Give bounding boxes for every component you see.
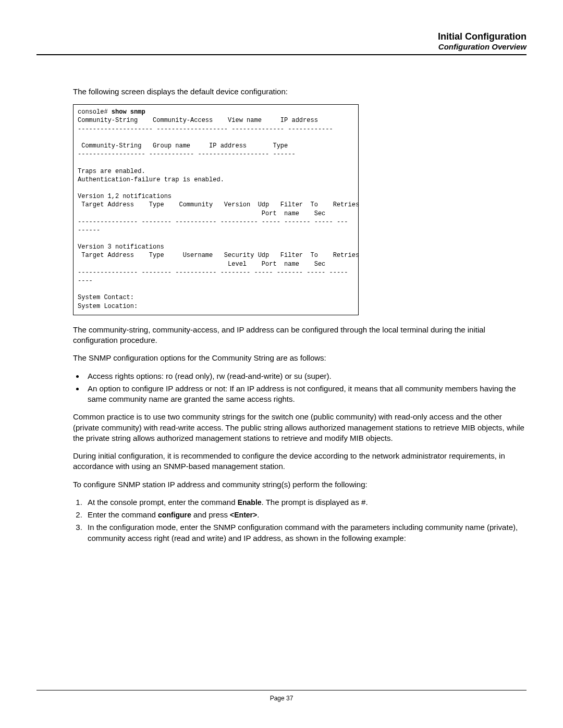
paragraph-5: To configure SNMP station IP address and… (73, 479, 527, 490)
content-area: The following screen displays the defaul… (36, 55, 527, 544)
header-subtitle: Configuration Overview (36, 42, 527, 51)
page-footer: Page 37 (36, 690, 527, 702)
header-title: Initial Configuration (36, 31, 527, 42)
terminal-output: console# show snmp Community-String Comm… (73, 104, 359, 315)
command-configure: configure (158, 511, 191, 519)
paragraph-4: During initial configuration, it is reco… (73, 451, 527, 472)
step-text: At the console prompt, enter the command (88, 498, 238, 507)
intro-paragraph: The following screen displays the defaul… (73, 87, 527, 97)
paragraph-2: The SNMP configuration options for the C… (73, 353, 527, 363)
terminal-body: Community-String Community-Access View n… (78, 117, 359, 310)
page: Initial Configuration Configuration Over… (0, 0, 563, 728)
bullet-list: Access rights options: ro (read only), r… (73, 371, 527, 405)
list-item: At the console prompt, enter the command… (84, 497, 527, 508)
steps-list: At the console prompt, enter the command… (73, 497, 527, 544)
list-item: Enter the command configure and press <E… (84, 510, 527, 520)
list-item: An option to configure IP address or not… (84, 384, 527, 405)
step-text: and press (191, 510, 230, 519)
command-enable: Enable (238, 498, 262, 507)
step-text: Enter the command (88, 510, 158, 519)
terminal-command: show snmp (112, 108, 145, 116)
terminal-prompt: console# (78, 108, 112, 116)
footer-rule (36, 690, 527, 690)
list-item: In the configuration mode, enter the SNM… (84, 522, 527, 544)
list-item: Access rights options: ro (read only), r… (84, 371, 527, 381)
paragraph-1: The community-string, community-access, … (73, 325, 527, 346)
page-number: Page 37 (36, 695, 527, 702)
page-header: Initial Configuration Configuration Over… (36, 31, 527, 51)
step-text: . (257, 510, 259, 519)
key-enter: <Enter> (230, 511, 257, 519)
step-text: . The prompt is displayed as #. (262, 498, 368, 507)
paragraph-3: Common practice is to use two community … (73, 412, 527, 443)
